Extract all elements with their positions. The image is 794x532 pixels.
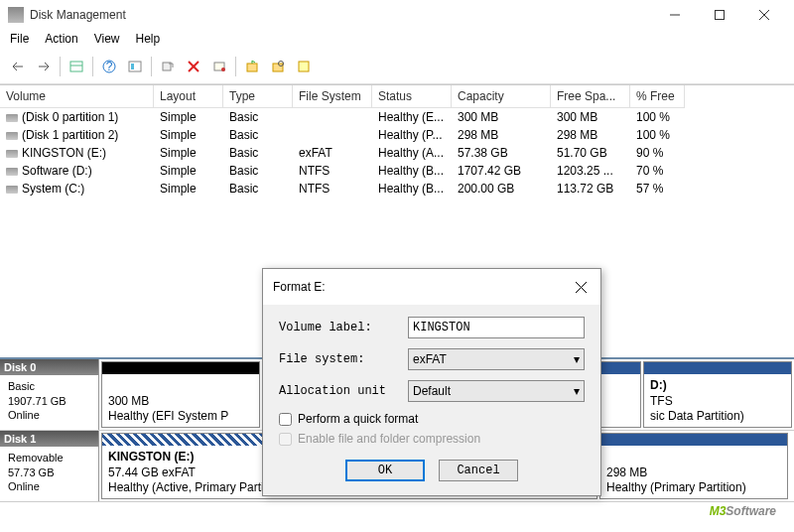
tool3-icon[interactable]: [292, 56, 316, 77]
svg-rect-8: [129, 62, 141, 71]
cancel-button[interactable]: Cancel: [439, 460, 518, 481]
svg-rect-18: [299, 62, 309, 71]
svg-rect-9: [131, 64, 134, 69]
col-freespace[interactable]: Free Spa...: [551, 85, 630, 108]
volume-icon: [6, 132, 18, 140]
window-title: Disk Management: [30, 8, 652, 22]
help-icon[interactable]: ?: [97, 56, 121, 77]
format-dialog: Format E: Volume label: File system: exF…: [262, 268, 601, 496]
svg-rect-15: [247, 64, 257, 71]
settings-icon[interactable]: [123, 56, 147, 77]
menu-help[interactable]: Help: [136, 32, 161, 46]
maximize-button[interactable]: [697, 1, 741, 29]
table-row[interactable]: System (C:)SimpleBasicNTFSHealthy (B...2…: [0, 180, 794, 198]
table-row[interactable]: Software (D:)SimpleBasicNTFSHealthy (B..…: [0, 162, 794, 180]
allocation-unit-select[interactable]: Default ▾: [408, 380, 585, 402]
svg-point-14: [221, 67, 225, 71]
table-row[interactable]: (Disk 1 partition 2)SimpleBasicHealthy (…: [0, 126, 794, 144]
col-filesystem[interactable]: File System: [293, 85, 372, 108]
col-pctfree[interactable]: % Free: [630, 85, 685, 108]
dialog-close-button[interactable]: [571, 277, 591, 297]
titlebar: Disk Management: [0, 0, 794, 30]
allocation-unit-label: Allocation unit: [279, 384, 408, 398]
delete-icon[interactable]: [182, 56, 205, 77]
file-system-select[interactable]: exFAT ▾: [408, 348, 585, 370]
partition[interactable]: 300 MBHealthy (EFI System P: [101, 361, 260, 428]
watermark: M3Software: [710, 490, 776, 522]
forward-button[interactable]: [32, 56, 56, 77]
table-header: Volume Layout Type File System Status Ca…: [0, 85, 794, 108]
col-status[interactable]: Status: [372, 85, 452, 108]
disk-info[interactable]: Disk 0Basic1907.71 GBOnline: [0, 359, 99, 430]
compression-checkbox: Enable file and folder compression: [279, 432, 585, 446]
volume-label-input[interactable]: [408, 317, 585, 338]
col-layout[interactable]: Layout: [154, 85, 223, 108]
col-type[interactable]: Type: [223, 85, 293, 108]
svg-rect-16: [273, 64, 283, 71]
close-button[interactable]: [741, 1, 786, 29]
back-button[interactable]: [6, 56, 30, 77]
volume-label-label: Volume label:: [279, 321, 408, 334]
chevron-down-icon: ▾: [574, 352, 580, 366]
volume-table: Volume Layout Type File System Status Ca…: [0, 84, 794, 198]
minimize-button[interactable]: [652, 1, 697, 29]
ok-button[interactable]: OK: [345, 460, 425, 481]
menubar: File Action View Help: [0, 30, 794, 52]
volume-icon: [6, 168, 18, 176]
view-list-icon[interactable]: [65, 56, 88, 77]
table-row[interactable]: (Disk 0 partition 1)SimpleBasicHealthy (…: [0, 108, 794, 126]
quick-format-checkbox[interactable]: Perform a quick format: [279, 412, 585, 426]
col-capacity[interactable]: Capacity: [452, 85, 551, 108]
toolbar: ?: [0, 52, 794, 84]
svg-rect-1: [715, 11, 724, 20]
menu-file[interactable]: File: [10, 32, 29, 46]
chevron-down-icon: ▾: [574, 384, 580, 398]
volume-icon: [6, 150, 18, 158]
menu-view[interactable]: View: [94, 32, 120, 46]
svg-text:?: ?: [106, 60, 113, 73]
svg-rect-4: [70, 62, 82, 71]
refresh-icon[interactable]: [156, 56, 180, 77]
volume-icon: [6, 186, 18, 194]
tool1-icon[interactable]: [240, 56, 264, 77]
partition[interactable]: D:)TFSsic Data Partition): [643, 361, 792, 428]
app-icon: [8, 7, 24, 23]
file-system-label: File system:: [279, 352, 408, 366]
volume-icon: [6, 114, 18, 122]
col-volume[interactable]: Volume: [0, 85, 154, 108]
disk-info[interactable]: Disk 1Removable57.73 GBOnline: [0, 431, 99, 501]
menu-action[interactable]: Action: [45, 32, 77, 46]
table-row[interactable]: KINGSTON (E:)SimpleBasicexFATHealthy (A.…: [0, 144, 794, 162]
properties-icon[interactable]: [207, 56, 231, 77]
dialog-title: Format E:: [273, 280, 326, 294]
tool2-icon[interactable]: [266, 56, 290, 77]
partition[interactable]: 298 MBHealthy (Primary Partition): [599, 433, 788, 499]
